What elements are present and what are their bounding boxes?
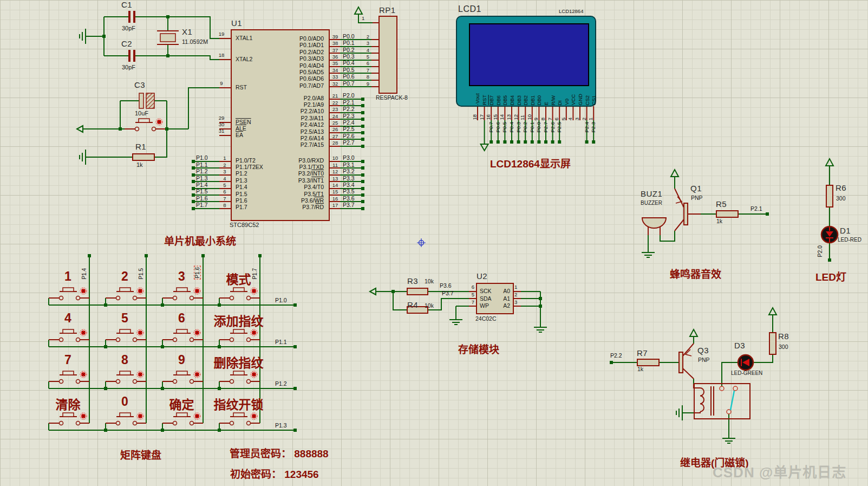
lcd-pin-name: VCC xyxy=(570,94,577,105)
key-button-0[interactable] xyxy=(106,413,146,425)
key-button-7[interactable] xyxy=(49,371,89,384)
u1-pin9-num: 9 xyxy=(216,80,227,86)
u1-pin30-num: 30 xyxy=(216,121,227,127)
lcd-pin-number: 3 xyxy=(574,118,581,120)
r4-value: 10k xyxy=(425,302,434,309)
key-button-ok[interactable] xyxy=(162,413,203,425)
q1-base-bar xyxy=(684,203,688,225)
lcd-pin-net: P0.3 xyxy=(515,122,523,133)
key-button-4[interactable] xyxy=(49,329,89,342)
lcd-pin-net: P0.0 xyxy=(536,122,543,133)
r8-resistor xyxy=(769,333,776,354)
u2-wp-label: WP xyxy=(480,302,489,309)
u1-ref: U1 xyxy=(231,18,242,28)
key-label: 1 xyxy=(40,269,96,288)
u1-p2-names: P2.0/A8P2.1/A9P2.2/A10P2.3/A11P2.4/A12P2… xyxy=(231,95,324,148)
lcd-pin-number: 6 xyxy=(553,118,560,120)
lcd-pin-number: 9 xyxy=(533,118,540,120)
keyboard-row-3: 789删除指纹 xyxy=(40,353,267,371)
relay-net-label: P2.2 xyxy=(610,352,622,359)
r3-value: 10k xyxy=(425,278,434,284)
chip-pin-name: P0.6/AD6 xyxy=(231,75,324,82)
caption-lcd: LCD12864显示屏 xyxy=(490,155,571,170)
d3-ref: D3 xyxy=(734,341,745,350)
key-button-3[interactable] xyxy=(162,288,203,300)
key-button-unlock[interactable] xyxy=(219,413,260,425)
pin-row: 32 P0.7 9 xyxy=(329,82,379,89)
key-button-8[interactable] xyxy=(106,371,146,384)
rp1-pin1-num: 1 xyxy=(362,15,364,21)
q1-part: PNP xyxy=(691,195,703,201)
r6-value: 300 xyxy=(836,195,846,202)
led-net-label: P2.0 xyxy=(817,245,823,257)
q3-part: PNP xyxy=(698,357,710,363)
lcd-pin-nets: P0.7P0.6P0.5P0.4P0.3P0.2P0.1P0.0P2.7P2.6… xyxy=(474,122,597,144)
reset-button[interactable] xyxy=(125,119,165,131)
x1-value: 11.0592M xyxy=(182,38,208,45)
key-label: 7 xyxy=(40,353,96,371)
key-button-9[interactable] xyxy=(162,371,203,384)
r8-value: 300 xyxy=(779,344,788,350)
lcd-pin-number: 11 xyxy=(519,115,526,120)
lcd-pin-number: 12 xyxy=(513,114,520,120)
key-label: 清除 xyxy=(40,394,96,413)
c3-ref: C3 xyxy=(134,80,145,89)
u2-a1-label: A1 xyxy=(496,295,510,302)
key-button-5[interactable] xyxy=(106,329,146,342)
lcd-pin-name: DI xyxy=(557,100,564,106)
u1-p0-pins: 39 P0.0 2 38 P0.1 3 37 P0.2 4 36 P0.3 5 … xyxy=(329,35,379,89)
r3-resistor xyxy=(407,288,428,295)
key-button-add[interactable] xyxy=(219,329,260,342)
keyboard-row-nets: P1.0P1.1P1.2P1.3 xyxy=(275,297,287,464)
q3-ref: Q3 xyxy=(697,346,709,355)
lcd-pin-name: RST xyxy=(481,95,489,105)
key-label: 9 xyxy=(153,353,210,371)
relay-symbol xyxy=(694,384,750,419)
r5-resistor xyxy=(716,211,738,217)
chip-pin-name: P1.7 xyxy=(236,204,263,210)
lcd-pin-number: 2 xyxy=(581,118,588,120)
rp1-ref: RP1 xyxy=(379,5,396,15)
lcd-pin-number: 16 xyxy=(485,114,492,120)
r8-ref: R8 xyxy=(778,332,789,341)
caption-admin-password: 管理员密码： 888888 xyxy=(230,445,329,460)
lcd-pin-name: DB1 xyxy=(530,95,537,105)
chip-pin-name: P0.1/AD1 xyxy=(231,42,324,48)
r5-ref: R5 xyxy=(716,199,727,209)
u2-pin3-num: 3 xyxy=(514,299,517,305)
lcd-pin-net: P2.7 xyxy=(543,122,550,133)
green-wires xyxy=(49,14,830,437)
key-label: 指纹开锁 xyxy=(210,394,267,413)
key-button-mode[interactable] xyxy=(219,288,260,300)
lcd-pin-names: -VoutRSTDB7DB6DB5DB4DB3DB2DB1DB0ER/WDIV0… xyxy=(474,74,597,105)
rp1-body xyxy=(379,16,397,93)
lcd-pin-name: DB5 xyxy=(502,95,509,105)
u2-sda-label: SDA xyxy=(480,295,492,302)
lcd-pin-number: 4 xyxy=(567,118,574,120)
key-button-clear[interactable] xyxy=(49,413,89,425)
keyboard-row-1: 123模式 xyxy=(40,269,267,288)
r7-ref: R7 xyxy=(637,348,648,358)
key-button-6[interactable] xyxy=(162,329,203,342)
u1-pin31-num: 31 xyxy=(216,128,227,134)
u2-part: 24C02C xyxy=(475,315,497,322)
schematic-canvas: C1 30pF C2 30pF X1 11.0592M C3 10uF R1 1… xyxy=(0,0,868,486)
u2-pin5-num: 5 xyxy=(461,291,474,297)
lcd-pin-net: P2.5 xyxy=(556,122,563,133)
chip-pin-name: P0.5/AD5 xyxy=(231,69,324,75)
r4-ref: R4 xyxy=(407,300,418,309)
lcd-pin-number: 18 xyxy=(472,114,479,120)
key-button-1[interactable] xyxy=(49,288,89,300)
lcd-ref: LCD1 xyxy=(458,4,481,14)
caption-initial-password: 初始密码： 123456 xyxy=(230,466,319,481)
key-label: 5 xyxy=(96,311,153,329)
x1-crystal xyxy=(160,34,175,42)
c1-capacitor xyxy=(128,11,135,23)
buzzer-symbol xyxy=(642,218,666,228)
buz1-ref: BUZ1 xyxy=(641,189,662,198)
key-button-del[interactable] xyxy=(219,371,260,384)
key-button-2[interactable] xyxy=(106,288,146,300)
caption-storage: 存储模块 xyxy=(458,341,499,356)
key-label: 2 xyxy=(96,269,153,288)
chip-pin-name: P1.5 xyxy=(236,191,263,197)
